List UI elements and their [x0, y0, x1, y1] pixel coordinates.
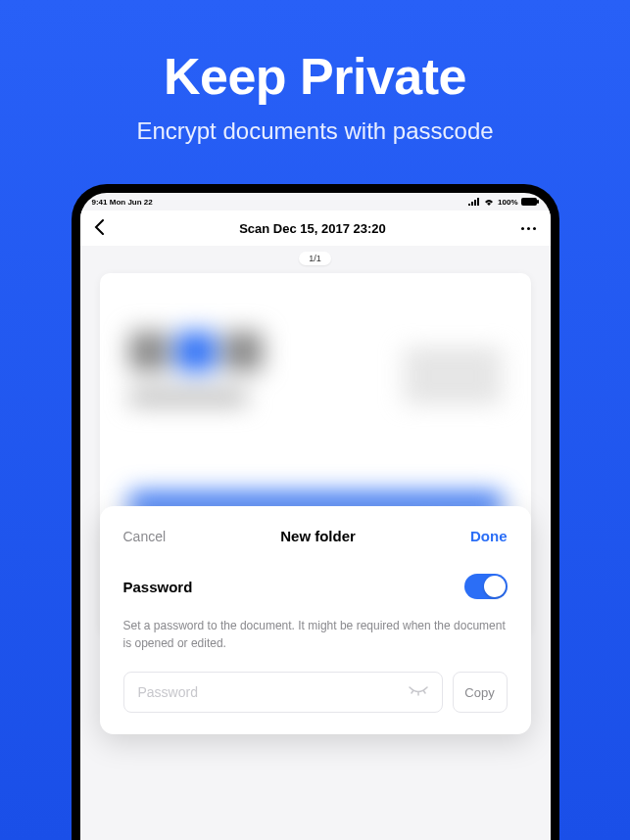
back-button[interactable] [94, 218, 104, 238]
status-bar: 9:41 Mon Jun 22 100% [80, 193, 551, 210]
password-label: Password [123, 579, 193, 595]
battery-icon [521, 198, 539, 206]
password-sheet: Cancel New folder Done Password Set a pa… [100, 506, 531, 734]
sheet-title: New folder [280, 528, 356, 544]
eye-hide-icon[interactable] [409, 686, 428, 698]
hero-subtitle: Encrypt documents with passcode [0, 117, 630, 145]
hero-title: Keep Private [0, 47, 630, 106]
device-screen: 9:41 Mon Jun 22 100% Scan Dec 15, 2017 2… [80, 193, 551, 840]
password-input[interactable]: Password [123, 672, 443, 713]
password-description: Set a password to the document. It might… [123, 617, 508, 652]
ipad-frame: 9:41 Mon Jun 22 100% Scan Dec 15, 2017 2… [72, 184, 559, 840]
cancel-button[interactable]: Cancel [123, 529, 167, 544]
status-time: 9:41 Mon Jun 22 [92, 198, 153, 207]
battery-percent: 100% [498, 198, 517, 207]
chevron-left-icon [94, 219, 104, 235]
nav-bar: Scan Dec 15, 2017 23:20 [80, 210, 551, 246]
svg-rect-0 [521, 198, 537, 206]
wifi-icon [483, 198, 495, 206]
signal-icon [468, 198, 480, 206]
page-title: Scan Dec 15, 2017 23:20 [239, 221, 386, 236]
page-indicator: 1/1 [299, 252, 331, 265]
password-placeholder: Password [138, 684, 198, 700]
more-button[interactable] [521, 227, 536, 230]
status-indicators: 100% [468, 198, 538, 207]
done-button[interactable]: Done [470, 528, 508, 544]
copy-button[interactable]: Copy [453, 672, 508, 713]
svg-rect-1 [537, 200, 539, 204]
password-toggle[interactable] [464, 574, 508, 599]
